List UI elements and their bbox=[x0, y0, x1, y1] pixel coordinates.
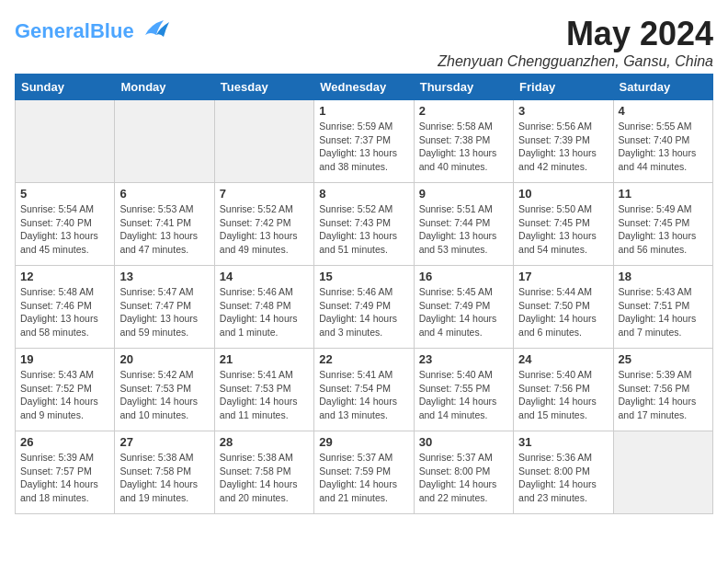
week-row-3: 12Sunrise: 5:48 AMSunset: 7:46 PMDayligh… bbox=[16, 266, 713, 349]
day-cell-21: 21Sunrise: 5:41 AMSunset: 7:53 PMDayligh… bbox=[214, 349, 313, 431]
day-cell-31: 31Sunrise: 5:36 AMSunset: 8:00 PMDayligh… bbox=[514, 431, 613, 514]
day-number: 21 bbox=[220, 352, 309, 366]
logo: GeneralBlue bbox=[15, 15, 171, 48]
day-info: Sunrise: 5:59 AMSunset: 7:37 PMDaylight:… bbox=[319, 120, 408, 174]
logo-bird-icon bbox=[138, 15, 171, 48]
day-info: Sunrise: 5:49 AMSunset: 7:45 PMDaylight:… bbox=[619, 202, 708, 257]
day-cell-12: 12Sunrise: 5:48 AMSunset: 7:46 PMDayligh… bbox=[16, 266, 115, 349]
day-number: 15 bbox=[319, 270, 408, 283]
day-cell-4: 4Sunrise: 5:55 AMSunset: 7:40 PMDaylight… bbox=[613, 100, 712, 183]
day-info: Sunrise: 5:46 AMSunset: 7:48 PMDaylight:… bbox=[220, 285, 309, 339]
day-number: 7 bbox=[220, 187, 309, 201]
day-info: Sunrise: 5:55 AMSunset: 7:40 PMDaylight:… bbox=[619, 120, 708, 174]
page-header: GeneralBlue May 2024 Zhenyuan Chengguanz… bbox=[15, 15, 713, 70]
day-cell-20: 20Sunrise: 5:42 AMSunset: 7:53 PMDayligh… bbox=[115, 349, 214, 431]
day-number: 22 bbox=[319, 352, 408, 366]
day-cell-27: 27Sunrise: 5:38 AMSunset: 7:58 PMDayligh… bbox=[115, 431, 214, 514]
day-number: 23 bbox=[419, 352, 508, 366]
day-cell-3: 3Sunrise: 5:56 AMSunset: 7:39 PMDaylight… bbox=[514, 100, 613, 183]
day-info: Sunrise: 5:48 AMSunset: 7:46 PMDaylight:… bbox=[20, 285, 109, 339]
day-number: 25 bbox=[619, 352, 708, 366]
day-cell-2: 2Sunrise: 5:58 AMSunset: 7:38 PMDaylight… bbox=[414, 100, 513, 183]
day-number: 17 bbox=[518, 270, 608, 283]
day-number: 2 bbox=[419, 104, 508, 118]
week-row-4: 19Sunrise: 5:43 AMSunset: 7:52 PMDayligh… bbox=[16, 349, 713, 431]
day-info: Sunrise: 5:50 AMSunset: 7:45 PMDaylight:… bbox=[518, 202, 608, 257]
day-number: 12 bbox=[20, 270, 109, 283]
weekday-header-wednesday: Wednesday bbox=[314, 75, 414, 100]
empty-cell bbox=[16, 100, 115, 183]
day-cell-1: 1Sunrise: 5:59 AMSunset: 7:37 PMDaylight… bbox=[314, 100, 414, 183]
day-number: 26 bbox=[20, 435, 109, 449]
day-cell-28: 28Sunrise: 5:38 AMSunset: 7:58 PMDayligh… bbox=[214, 431, 313, 514]
day-info: Sunrise: 5:36 AMSunset: 8:00 PMDaylight:… bbox=[518, 451, 608, 505]
day-number: 29 bbox=[319, 435, 408, 449]
logo-general: General bbox=[15, 19, 90, 42]
day-number: 19 bbox=[20, 352, 109, 366]
day-number: 20 bbox=[119, 352, 209, 366]
day-cell-23: 23Sunrise: 5:40 AMSunset: 7:55 PMDayligh… bbox=[414, 349, 513, 431]
day-info: Sunrise: 5:39 AMSunset: 7:56 PMDaylight:… bbox=[619, 368, 708, 422]
day-number: 24 bbox=[518, 352, 608, 366]
day-number: 28 bbox=[220, 435, 309, 449]
week-row-5: 26Sunrise: 5:39 AMSunset: 7:57 PMDayligh… bbox=[16, 431, 713, 514]
day-cell-19: 19Sunrise: 5:43 AMSunset: 7:52 PMDayligh… bbox=[16, 349, 115, 431]
day-info: Sunrise: 5:43 AMSunset: 7:52 PMDaylight:… bbox=[20, 368, 109, 422]
day-cell-29: 29Sunrise: 5:37 AMSunset: 7:59 PMDayligh… bbox=[314, 431, 414, 514]
day-info: Sunrise: 5:46 AMSunset: 7:49 PMDaylight:… bbox=[319, 285, 408, 339]
day-number: 16 bbox=[419, 270, 508, 283]
day-cell-16: 16Sunrise: 5:45 AMSunset: 7:49 PMDayligh… bbox=[414, 266, 513, 349]
empty-cell bbox=[115, 100, 214, 183]
day-info: Sunrise: 5:52 AMSunset: 7:42 PMDaylight:… bbox=[220, 202, 309, 257]
day-cell-11: 11Sunrise: 5:49 AMSunset: 7:45 PMDayligh… bbox=[613, 183, 712, 266]
day-info: Sunrise: 5:51 AMSunset: 7:44 PMDaylight:… bbox=[419, 202, 508, 257]
weekday-header-thursday: Thursday bbox=[414, 75, 513, 100]
week-row-2: 5Sunrise: 5:54 AMSunset: 7:40 PMDaylight… bbox=[16, 183, 713, 266]
weekday-header-monday: Monday bbox=[115, 75, 214, 100]
day-info: Sunrise: 5:56 AMSunset: 7:39 PMDaylight:… bbox=[518, 120, 608, 174]
day-number: 4 bbox=[619, 104, 708, 118]
day-number: 9 bbox=[419, 187, 508, 201]
day-number: 18 bbox=[619, 270, 708, 283]
main-title: May 2024 bbox=[438, 15, 713, 53]
day-info: Sunrise: 5:43 AMSunset: 7:51 PMDaylight:… bbox=[619, 285, 708, 339]
weekday-header-row: SundayMondayTuesdayWednesdayThursdayFrid… bbox=[16, 75, 713, 100]
day-cell-15: 15Sunrise: 5:46 AMSunset: 7:49 PMDayligh… bbox=[314, 266, 414, 349]
day-info: Sunrise: 5:37 AMSunset: 7:59 PMDaylight:… bbox=[319, 451, 408, 505]
week-row-1: 1Sunrise: 5:59 AMSunset: 7:37 PMDaylight… bbox=[16, 100, 713, 183]
day-number: 14 bbox=[220, 270, 309, 283]
day-cell-7: 7Sunrise: 5:52 AMSunset: 7:42 PMDaylight… bbox=[214, 183, 313, 266]
day-info: Sunrise: 5:42 AMSunset: 7:53 PMDaylight:… bbox=[119, 368, 209, 422]
empty-cell bbox=[613, 431, 712, 514]
calendar-table: SundayMondayTuesdayWednesdayThursdayFrid… bbox=[15, 74, 713, 514]
day-cell-30: 30Sunrise: 5:37 AMSunset: 8:00 PMDayligh… bbox=[414, 431, 513, 514]
day-cell-5: 5Sunrise: 5:54 AMSunset: 7:40 PMDaylight… bbox=[16, 183, 115, 266]
day-cell-14: 14Sunrise: 5:46 AMSunset: 7:48 PMDayligh… bbox=[214, 266, 313, 349]
day-cell-9: 9Sunrise: 5:51 AMSunset: 7:44 PMDaylight… bbox=[414, 183, 513, 266]
day-info: Sunrise: 5:52 AMSunset: 7:43 PMDaylight:… bbox=[319, 202, 408, 257]
day-number: 8 bbox=[319, 187, 408, 201]
day-cell-8: 8Sunrise: 5:52 AMSunset: 7:43 PMDaylight… bbox=[314, 183, 414, 266]
day-info: Sunrise: 5:53 AMSunset: 7:41 PMDaylight:… bbox=[119, 202, 209, 257]
day-info: Sunrise: 5:41 AMSunset: 7:54 PMDaylight:… bbox=[319, 368, 408, 422]
day-info: Sunrise: 5:47 AMSunset: 7:47 PMDaylight:… bbox=[119, 285, 209, 339]
day-number: 30 bbox=[419, 435, 508, 449]
empty-cell bbox=[214, 100, 313, 183]
day-info: Sunrise: 5:41 AMSunset: 7:53 PMDaylight:… bbox=[220, 368, 309, 422]
day-number: 11 bbox=[619, 187, 708, 201]
subtitle: Zhenyuan Chengguanzhen, Gansu, China bbox=[438, 53, 713, 70]
day-number: 1 bbox=[319, 104, 408, 118]
day-cell-26: 26Sunrise: 5:39 AMSunset: 7:57 PMDayligh… bbox=[16, 431, 115, 514]
logo-text: GeneralBlue bbox=[15, 21, 134, 41]
weekday-header-friday: Friday bbox=[514, 75, 613, 100]
day-cell-6: 6Sunrise: 5:53 AMSunset: 7:41 PMDaylight… bbox=[115, 183, 214, 266]
day-number: 3 bbox=[518, 104, 608, 118]
day-number: 6 bbox=[119, 187, 209, 201]
day-number: 27 bbox=[119, 435, 209, 449]
day-number: 10 bbox=[518, 187, 608, 201]
day-info: Sunrise: 5:40 AMSunset: 7:56 PMDaylight:… bbox=[518, 368, 608, 422]
logo-blue: Blue bbox=[90, 19, 134, 42]
day-info: Sunrise: 5:39 AMSunset: 7:57 PMDaylight:… bbox=[20, 451, 109, 505]
day-cell-10: 10Sunrise: 5:50 AMSunset: 7:45 PMDayligh… bbox=[514, 183, 613, 266]
day-cell-24: 24Sunrise: 5:40 AMSunset: 7:56 PMDayligh… bbox=[514, 349, 613, 431]
